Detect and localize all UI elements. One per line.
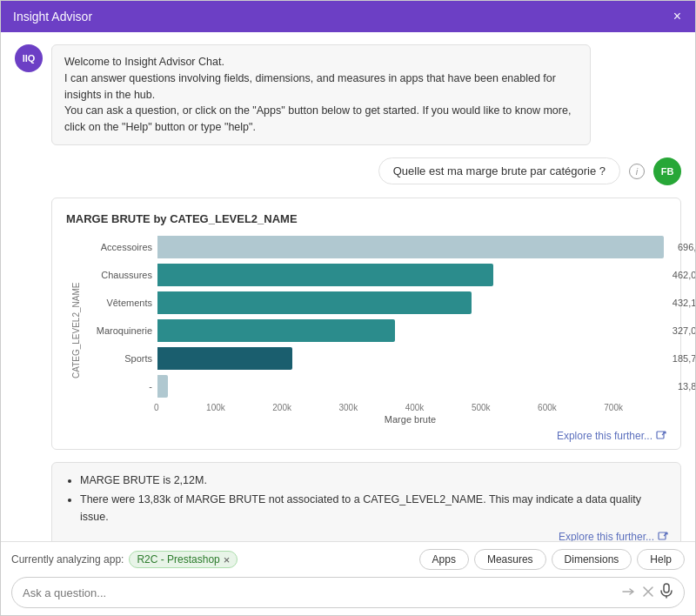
- app-name: R2C - Prestashop: [137, 553, 219, 566]
- bar-row: Chaussures462,06k: [84, 264, 666, 286]
- insights-explore-link[interactable]: Explore this further...: [64, 529, 668, 541]
- chat-area: IIQ Welcome to Insight Advisor Chat. I c…: [1, 32, 695, 541]
- bar-track: 432,15k: [157, 291, 666, 314]
- bar-row: -13,83k: [84, 375, 666, 398]
- bar-track: 462,06k: [157, 264, 666, 286]
- x-tick: 0: [154, 403, 159, 412]
- ask-question-input[interactable]: [23, 586, 614, 599]
- bar-fill: [157, 236, 664, 258]
- bar-label: Sports: [84, 353, 152, 364]
- bar-value-label: 432,15k: [673, 298, 695, 308]
- send-button[interactable]: [619, 585, 637, 601]
- window-title: Insight Advisor: [13, 10, 92, 23]
- bar-value-label: 327,02k: [673, 325, 695, 336]
- welcome-bubble: Welcome to Insight Advisor Chat. I can a…: [51, 44, 591, 145]
- bot-avatar: IIQ: [15, 44, 43, 72]
- user-query-bubble: Quelle est ma marge brute par catégorie …: [378, 157, 620, 184]
- user-query-row: Quelle est ma marge brute par catégorie …: [15, 157, 681, 185]
- chart-explore-link[interactable]: Explore this further...: [66, 430, 666, 442]
- app-tag-close-button[interactable]: ×: [224, 554, 231, 566]
- close-button[interactable]: ×: [672, 10, 683, 23]
- welcome-line2: I can answer questions involving fields,…: [64, 70, 578, 104]
- bar-row: Maroquinerie327,02k: [84, 319, 666, 342]
- insights-explore-icon: [658, 532, 668, 541]
- x-tick: 400k: [405, 403, 425, 412]
- x-tick: 200k: [272, 403, 291, 412]
- analyzing-tag: Currently analyzing app: R2C - Prestasho…: [11, 551, 238, 568]
- bars-area: Accessoires696,9kChaussures462,06kVêteme…: [81, 236, 666, 398]
- bar-value-label: 13,83k: [678, 381, 695, 392]
- insights-list: MARGE BRUTE is 2,12M. There were 13,83k …: [64, 472, 668, 526]
- bar-label: Maroquinerie: [84, 325, 152, 336]
- welcome-line3: You can ask a question, or click on the …: [64, 103, 578, 136]
- bar-fill: [157, 264, 493, 286]
- chart-container: CATEG_LEVEL2_NAME Accessoires696,9kChaus…: [66, 236, 666, 425]
- user-query-text: Quelle est ma marge brute par catégorie …: [393, 164, 606, 177]
- help-button[interactable]: Help: [637, 549, 685, 570]
- user-avatar: FB: [653, 157, 681, 185]
- explore-icon: [656, 431, 666, 441]
- send-icon: [621, 585, 635, 599]
- clear-icon: [642, 586, 654, 598]
- y-axis-label: CATEG_LEVEL2_NAME: [66, 236, 81, 425]
- bar-track: 696,9k: [157, 236, 666, 258]
- analyzing-label: Currently analyzing app:: [11, 553, 124, 566]
- info-icon[interactable]: i: [629, 164, 645, 179]
- chart-card: MARGE BRUTE by CATEG_LEVEL2_NAME CATEG_L…: [51, 198, 681, 450]
- bar-track: 13,83k: [157, 375, 666, 398]
- bar-row: Vêtements432,15k: [84, 291, 666, 314]
- input-row: [11, 577, 685, 608]
- bar-track: 327,02k: [157, 319, 666, 342]
- x-tick: 600k: [538, 403, 557, 412]
- bar-label: -: [84, 381, 152, 392]
- chart-inner: Accessoires696,9kChaussures462,06kVêteme…: [81, 236, 666, 425]
- footer-buttons: Apps Measures Dimensions Help: [419, 549, 685, 570]
- bar-row: Sports185,72k: [84, 347, 666, 370]
- bar-label: Chaussures: [84, 270, 152, 280]
- bar-fill: [157, 375, 168, 398]
- bar-label: Vêtements: [84, 298, 152, 308]
- mic-button[interactable]: [659, 583, 673, 602]
- x-tick: 300k: [338, 403, 358, 412]
- chart-title: MARGE BRUTE by CATEG_LEVEL2_NAME: [66, 212, 666, 225]
- x-tick: 100k: [206, 403, 225, 412]
- footer: Currently analyzing app: R2C - Prestasho…: [1, 541, 695, 615]
- clear-button[interactable]: [642, 586, 654, 600]
- bar-track: 185,72k: [157, 347, 666, 370]
- bar-fill: [157, 291, 472, 314]
- insight-item-2: There were 13,83k of MARGE BRUTE not ass…: [80, 491, 668, 526]
- svg-rect-2: [664, 584, 669, 593]
- measures-button[interactable]: Measures: [474, 549, 546, 570]
- x-tick: 700k: [604, 403, 623, 412]
- x-axis: 0100k200k300k400k500k600k700k: [81, 398, 666, 412]
- bar-value-label: 462,06k: [673, 270, 695, 280]
- bar-fill: [157, 319, 395, 342]
- bar-fill: [157, 347, 292, 370]
- footer-top: Currently analyzing app: R2C - Prestasho…: [11, 549, 685, 570]
- mic-icon: [659, 583, 673, 599]
- x-axis-label: Marge brute: [81, 412, 666, 425]
- app-tag: R2C - Prestashop ×: [129, 551, 238, 568]
- welcome-line1: Welcome to Insight Advisor Chat.: [64, 54, 578, 70]
- titlebar: Insight Advisor ×: [1, 1, 695, 32]
- bar-value-label: 696,9k: [678, 242, 695, 252]
- insights-bubble: MARGE BRUTE is 2,12M. There were 13,83k …: [51, 462, 681, 541]
- bar-value-label: 185,72k: [673, 353, 695, 364]
- bar-label: Accessoires: [84, 242, 152, 252]
- bar-row: Accessoires696,9k: [84, 236, 666, 258]
- insight-advisor-window: Insight Advisor × IIQ Welcome to Insight…: [0, 0, 696, 616]
- insight-item-1: MARGE BRUTE is 2,12M.: [80, 472, 668, 489]
- apps-button[interactable]: Apps: [419, 549, 469, 570]
- welcome-message-row: IIQ Welcome to Insight Advisor Chat. I c…: [15, 44, 681, 145]
- x-tick: 500k: [472, 403, 491, 412]
- dimensions-button[interactable]: Dimensions: [552, 549, 632, 570]
